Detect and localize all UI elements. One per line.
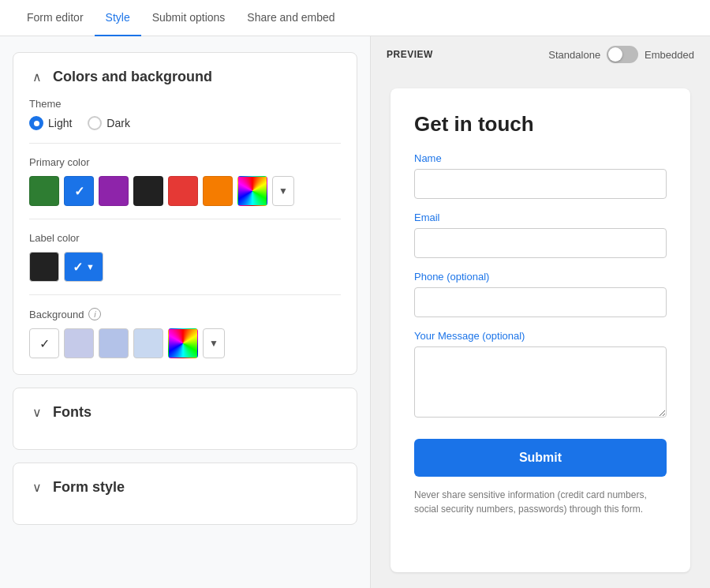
theme-radio-group: Light Dark: [29, 116, 341, 130]
color-swatch-red[interactable]: [168, 176, 198, 206]
label-color-label: Label color: [29, 232, 341, 244]
colors-section-title: Colors and background: [53, 69, 212, 85]
tab-share-embed[interactable]: Share and embed: [236, 0, 346, 36]
phone-input[interactable]: [414, 287, 667, 317]
bg-gradient-swatch[interactable]: [168, 328, 198, 358]
color-swatch-black[interactable]: [133, 176, 163, 206]
background-color-row: ✓ ▼: [29, 328, 341, 358]
preview-label: PREVIEW: [387, 49, 433, 60]
form-style-section-card: ∨ Form style: [13, 463, 357, 525]
chevron-up-icon: ∧: [29, 69, 45, 85]
standalone-embedded-toggle[interactable]: [607, 46, 638, 63]
standalone-label: Standalone: [548, 49, 600, 61]
main-layout: ∧ Colors and background Theme Light Dark…: [0, 36, 710, 588]
form-disclaimer: Never share sensitive information (credi…: [414, 488, 667, 516]
theme-dark-option[interactable]: Dark: [88, 116, 130, 130]
dark-radio-button[interactable]: [88, 116, 102, 130]
chevron-down-icon-form-style: ∨: [29, 480, 45, 496]
fonts-section-title: Fonts: [53, 404, 92, 421]
phone-field-label: Phone (optional): [414, 271, 667, 283]
email-input[interactable]: [414, 228, 667, 258]
primary-color-label: Primary color: [29, 156, 341, 168]
tab-form-editor[interactable]: Form editor: [16, 0, 95, 36]
colors-section-header: ∧ Colors and background: [29, 69, 341, 85]
embedded-label: Embedded: [645, 49, 694, 61]
info-icon[interactable]: i: [88, 308, 101, 320]
light-radio-button[interactable]: [29, 116, 43, 130]
form-field-name: Name: [414, 152, 667, 199]
toggle-group: Standalone Embedded: [548, 46, 694, 63]
tab-submit-options[interactable]: Submit options: [141, 0, 237, 36]
form-field-phone: Phone (optional): [414, 271, 667, 317]
colors-section-card: ∧ Colors and background Theme Light Dark…: [13, 52, 357, 375]
tab-style[interactable]: Style: [95, 0, 141, 36]
background-text-label: Background: [29, 309, 84, 320]
color-swatch-blue[interactable]: [64, 176, 94, 206]
chevron-down-icon-fonts: ∨: [29, 405, 45, 421]
right-panel: PREVIEW Standalone Embedded Get in touch…: [371, 36, 710, 588]
fonts-section-header: ∨ Fonts: [29, 404, 341, 421]
background-section-label: Background i: [29, 308, 341, 320]
form-style-section-title: Form style: [53, 479, 125, 496]
color-swatch-purple[interactable]: [99, 176, 129, 206]
bg-swatch-light-3[interactable]: [133, 328, 163, 358]
preview-header: PREVIEW Standalone Embedded: [371, 36, 710, 73]
label-swatch-black[interactable]: [29, 252, 59, 282]
label-color-row: ✓ ▼: [29, 252, 341, 282]
name-input[interactable]: [414, 169, 667, 199]
name-field-label: Name: [414, 152, 667, 164]
form-title: Get in touch: [414, 112, 667, 137]
background-dropdown-btn[interactable]: ▼: [203, 328, 225, 358]
fonts-section-card: ∨ Fonts: [13, 388, 357, 450]
light-radio-label: Light: [48, 117, 72, 129]
form-field-email: Email: [414, 212, 667, 258]
divider-2: [29, 219, 341, 219]
primary-color-dropdown-btn[interactable]: ▼: [272, 176, 294, 206]
divider-1: [29, 143, 341, 144]
form-preview-container: Get in touch Name Email Phone (optional)…: [371, 73, 710, 588]
submit-button[interactable]: Submit: [414, 439, 667, 477]
divider-3: [29, 294, 341, 295]
checkmark-icon: ✓: [73, 260, 83, 275]
form-field-message: Your Message (optional): [414, 330, 667, 420]
color-swatch-green[interactable]: [29, 176, 59, 206]
message-field-label: Your Message (optional): [414, 330, 667, 342]
dropdown-arrow-icon: ▼: [86, 262, 95, 272]
email-field-label: Email: [414, 212, 667, 223]
bg-swatch-light-2[interactable]: [99, 328, 129, 358]
message-textarea[interactable]: [414, 346, 667, 418]
theme-light-option[interactable]: Light: [29, 116, 72, 130]
bg-swatch-light-1[interactable]: [64, 328, 94, 358]
top-navigation: Form editor Style Submit options Share a…: [0, 0, 710, 36]
label-color-dropdown[interactable]: ✓ ▼: [64, 252, 103, 282]
form-card: Get in touch Name Email Phone (optional)…: [390, 88, 690, 572]
primary-color-row: ▼: [29, 176, 341, 206]
color-swatch-gradient[interactable]: [237, 176, 267, 206]
bg-swatch-white[interactable]: ✓: [29, 328, 59, 358]
form-style-section-header: ∨ Form style: [29, 479, 341, 496]
left-panel: ∧ Colors and background Theme Light Dark…: [0, 36, 371, 588]
color-swatch-orange[interactable]: [203, 176, 233, 206]
theme-label: Theme: [29, 98, 341, 110]
dark-radio-label: Dark: [106, 117, 130, 129]
